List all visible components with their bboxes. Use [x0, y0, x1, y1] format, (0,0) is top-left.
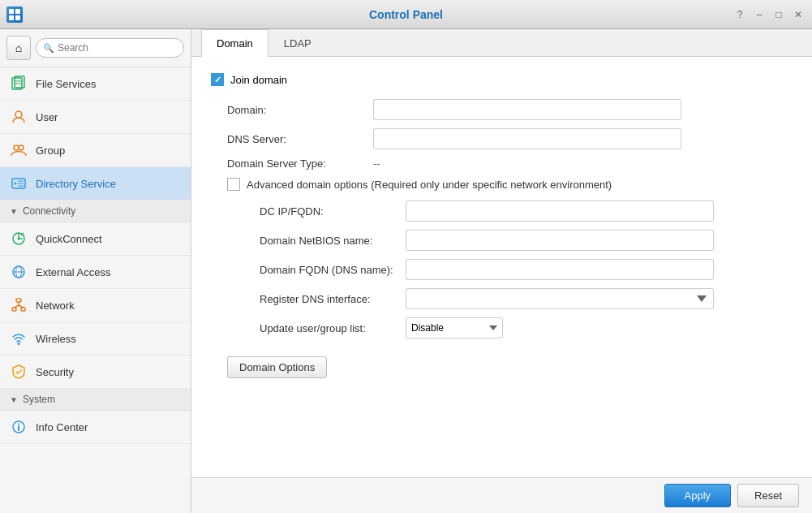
svg-line-26 [19, 305, 24, 308]
svg-point-8 [15, 111, 22, 118]
update-user-label: Update user/group list: [260, 322, 406, 334]
sidebar-item-label-user: User [36, 111, 58, 123]
join-domain-checkbox[interactable]: ✓ [211, 73, 224, 86]
section-header-system[interactable]: ▼ System [0, 389, 191, 411]
register-dns-row: Register DNS interface: [243, 288, 793, 309]
sidebar-item-external-access[interactable]: External Access [0, 256, 191, 289]
app-icon [6, 6, 23, 23]
sidebar-item-network[interactable]: Network [0, 289, 191, 322]
domain-options-button[interactable]: Domain Options [227, 356, 327, 378]
dns-server-row: DNS Server: [211, 128, 793, 149]
sidebar-item-group[interactable]: Group [0, 134, 191, 167]
update-user-row: Update user/group list: Disable Enable [243, 317, 793, 338]
domain-input[interactable] [373, 99, 681, 120]
sidebar-item-info-center[interactable]: Info Center [0, 411, 191, 444]
sidebar-item-label-wireless: Wireless [36, 333, 76, 345]
apply-button[interactable]: Apply [664, 484, 732, 507]
file-services-icon [10, 75, 28, 93]
maximize-button[interactable]: □ [771, 7, 786, 22]
advanced-options-label: Advanced domain options (Required only u… [247, 179, 612, 191]
advanced-options-row: Advanced domain options (Required only u… [211, 178, 793, 191]
svg-rect-3 [15, 15, 20, 20]
dc-ip-label: DC IP/FQDN: [260, 205, 406, 218]
domain-row: Domain: [211, 99, 793, 120]
sidebar-item-file-services[interactable]: File Services [0, 67, 191, 101]
sidebar-item-label-quickconnect: QuickConnect [36, 233, 102, 245]
reset-button[interactable]: Reset [737, 484, 799, 507]
tab-domain[interactable]: Domain [201, 29, 269, 57]
sidebar-item-directory-service[interactable]: Directory Service [0, 167, 191, 200]
connectivity-collapse-arrow: ▼ [10, 207, 18, 216]
fqdn-label: Domain FQDN (DNS name): [260, 264, 406, 276]
dns-server-input[interactable] [373, 128, 681, 149]
register-dns-select[interactable] [406, 288, 714, 309]
checkbox-check-icon: ✓ [214, 75, 221, 85]
sidebar: ⌂ 🔍 File Services [0, 29, 191, 513]
bottom-bar: Apply Reset [191, 477, 812, 513]
netbios-input[interactable] [406, 230, 714, 251]
domain-server-type-label: Domain Server Type: [227, 157, 373, 170]
sidebar-item-label-info-center: Info Center [36, 421, 88, 433]
svg-line-25 [15, 305, 19, 308]
tab-bar: Domain LDAP [191, 29, 812, 57]
svg-point-10 [19, 145, 24, 150]
join-domain-row: ✓ Join domain [211, 73, 793, 86]
sidebar-item-user[interactable]: User [0, 101, 191, 134]
sidebar-item-quickconnect[interactable]: QuickConnect [0, 222, 191, 256]
section-label-system: System [23, 394, 55, 405]
search-box[interactable]: 🔍 [36, 38, 184, 58]
svg-point-27 [18, 343, 20, 345]
minimize-button[interactable]: – [752, 7, 767, 22]
sidebar-item-wireless[interactable]: Wireless [0, 322, 191, 356]
svg-rect-0 [9, 9, 14, 14]
dc-ip-row: DC IP/FQDN: [243, 200, 793, 222]
svg-rect-2 [9, 15, 14, 20]
section-label-connectivity: Connectivity [23, 205, 75, 217]
register-dns-label: Register DNS interface: [260, 293, 406, 305]
quickconnect-icon [10, 230, 28, 248]
join-domain-label: Join domain [230, 74, 287, 86]
sidebar-item-label-external-access: External Access [36, 266, 111, 278]
fqdn-input[interactable] [406, 259, 714, 280]
sidebar-search-area: ⌂ 🔍 [0, 29, 191, 67]
titlebar-controls: ? – □ ✕ [733, 7, 806, 22]
titlebar-left [6, 6, 23, 23]
sidebar-item-label-group: Group [36, 144, 65, 157]
home-button[interactable]: ⌂ [6, 36, 31, 60]
tab-ldap[interactable]: LDAP [269, 29, 327, 57]
user-icon [10, 108, 28, 126]
domain-options-area: Domain Options [211, 347, 793, 378]
section-header-connectivity[interactable]: ▼ Connectivity [0, 200, 191, 222]
sidebar-item-label-security: Security [36, 366, 74, 378]
app-logo-icon [8, 8, 21, 21]
dc-ip-input[interactable] [406, 200, 714, 222]
svg-rect-23 [21, 308, 25, 311]
system-collapse-arrow: ▼ [10, 395, 18, 404]
svg-rect-1 [15, 9, 20, 14]
help-button[interactable]: ? [733, 7, 747, 22]
titlebar: Control Panel ? – □ ✕ [0, 0, 812, 29]
form-content: ✓ Join domain Domain: DNS Server: Domain… [191, 57, 812, 477]
sidebar-item-security[interactable]: Security [0, 356, 191, 389]
domain-server-type-value: -- [373, 157, 380, 170]
external-access-icon [10, 263, 28, 281]
wireless-icon [10, 330, 28, 347]
group-icon [10, 141, 28, 159]
domain-server-type-row: Domain Server Type: -- [211, 157, 793, 170]
svg-rect-22 [12, 308, 16, 311]
close-button[interactable]: ✕ [791, 7, 806, 22]
sidebar-item-label-directory-service: Directory Service [36, 178, 116, 190]
sidebar-item-label-network: Network [36, 300, 75, 312]
advanced-options-checkbox[interactable] [227, 178, 240, 191]
svg-point-12 [15, 183, 17, 185]
tab-ldap-label: LDAP [284, 37, 311, 50]
update-user-select[interactable]: Disable Enable [406, 317, 503, 338]
search-input[interactable] [58, 42, 177, 54]
app-container: ⌂ 🔍 File Services [0, 29, 812, 513]
search-icon: 🔍 [43, 43, 54, 54]
network-icon [10, 296, 28, 314]
titlebar-title: Control Panel [0, 8, 812, 21]
fqdn-row: Domain FQDN (DNS name): [243, 259, 793, 280]
info-center-icon [10, 418, 28, 436]
dns-server-label: DNS Server: [227, 133, 373, 145]
